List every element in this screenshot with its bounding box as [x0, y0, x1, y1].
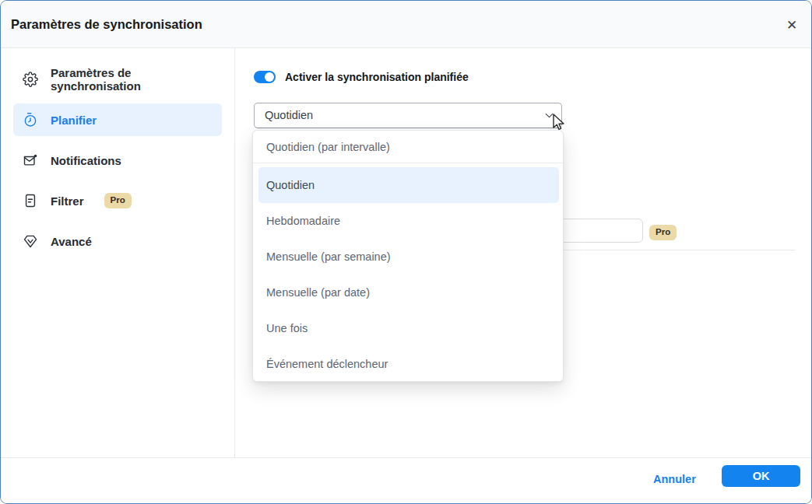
scheduled-sync-toggle[interactable] [254, 71, 276, 83]
dropdown-option[interactable]: Mensuelle (par date) [253, 275, 563, 310]
pro-badge: Pro [104, 193, 132, 208]
timer-icon [23, 112, 38, 128]
frequency-select[interactable]: Quotidien [254, 103, 562, 128]
sync-settings-dialog: Paramètres de synchronisation ✕ Paramètr… [0, 0, 812, 504]
sidebar: Paramètres de synchronisation Planifier … [1, 48, 235, 457]
sidebar-item-schedule[interactable]: Planifier [13, 103, 222, 136]
dropdown-divider [253, 163, 563, 163]
sidebar-item-filter[interactable]: Filtrer Pro [13, 184, 222, 217]
diamond-icon [23, 233, 38, 249]
sidebar-item-sync-settings[interactable]: Paramètres de synchronisation [13, 63, 222, 96]
mail-notification-icon [23, 152, 38, 168]
toggle-knob [265, 72, 274, 82]
dropdown-option-highlighted[interactable]: Quotidien [258, 167, 559, 203]
sidebar-item-label: Avancé [51, 235, 92, 248]
frequency-dropdown: Quotidien (par intervalle) Quotidien Heb… [252, 130, 564, 382]
gear-icon [23, 72, 38, 87]
dialog-header: Paramètres de synchronisation ✕ [1, 1, 811, 48]
sidebar-item-label: Filtrer [51, 194, 84, 208]
dialog-footer: Annuler OK [1, 457, 811, 504]
sidebar-item-notifications[interactable]: Notifications [13, 144, 222, 177]
sidebar-item-label: Paramètres de synchronisation [51, 66, 222, 93]
ok-button[interactable]: OK [722, 465, 800, 487]
sidebar-item-advanced[interactable]: Avancé [13, 225, 222, 257]
dropdown-option[interactable]: Quotidien (par intervalle) [253, 131, 563, 163]
scheduled-sync-row: Activer la synchronisation planifiée [254, 68, 469, 86]
cancel-button[interactable]: Annuler [653, 468, 696, 490]
dropdown-option[interactable]: Événement déclencheur [253, 346, 563, 382]
pro-badge: Pro [649, 225, 677, 240]
document-icon [23, 193, 38, 208]
dropdown-option[interactable]: Une fois [253, 310, 563, 346]
scheduled-sync-label: Activer la synchronisation planifiée [285, 71, 469, 83]
sidebar-item-label: Planifier [51, 114, 97, 127]
dropdown-option[interactable]: Mensuelle (par semaine) [253, 239, 563, 275]
dialog-title: Paramètres de synchronisation [11, 1, 202, 47]
dropdown-option[interactable]: Hebdomadaire [253, 203, 563, 239]
mouse-cursor-icon [550, 113, 567, 131]
close-icon[interactable]: ✕ [783, 16, 800, 33]
frequency-select-value: Quotidien [265, 103, 313, 128]
sidebar-item-label: Notifications [51, 154, 121, 167]
